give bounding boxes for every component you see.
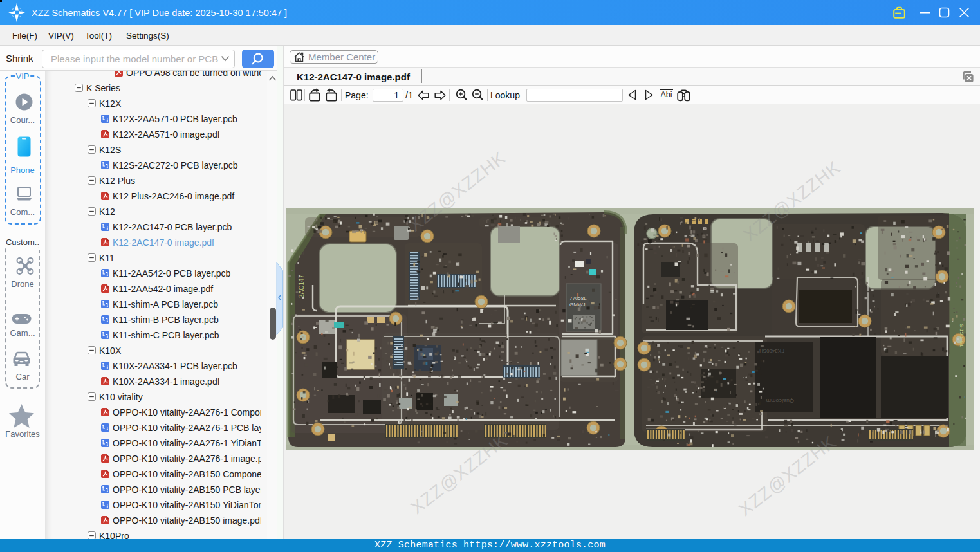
svg-text:S-10-1-E1: S-10-1-E1 bbox=[959, 324, 965, 347]
svg-text:FK3480SH: FK3480SH bbox=[759, 348, 784, 354]
svg-text:GMWJ: GMWJ bbox=[569, 302, 585, 308]
svg-text:Qualcomm: Qualcomm bbox=[766, 398, 794, 404]
svg-text:2AC147: 2AC147 bbox=[298, 274, 305, 298]
